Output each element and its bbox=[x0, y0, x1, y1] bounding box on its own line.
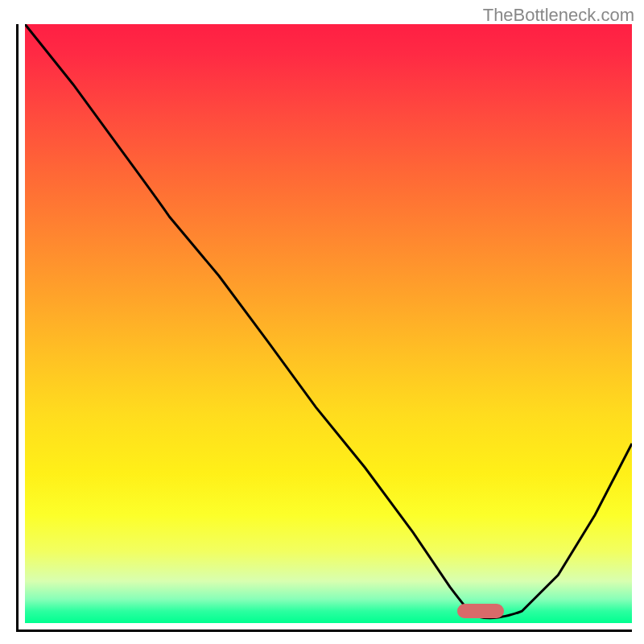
attribution-text: TheBottleneck.com bbox=[483, 5, 634, 26]
bottleneck-curve bbox=[25, 24, 632, 623]
chart-plot-area bbox=[16, 24, 632, 632]
optimal-zone-marker bbox=[457, 604, 504, 618]
